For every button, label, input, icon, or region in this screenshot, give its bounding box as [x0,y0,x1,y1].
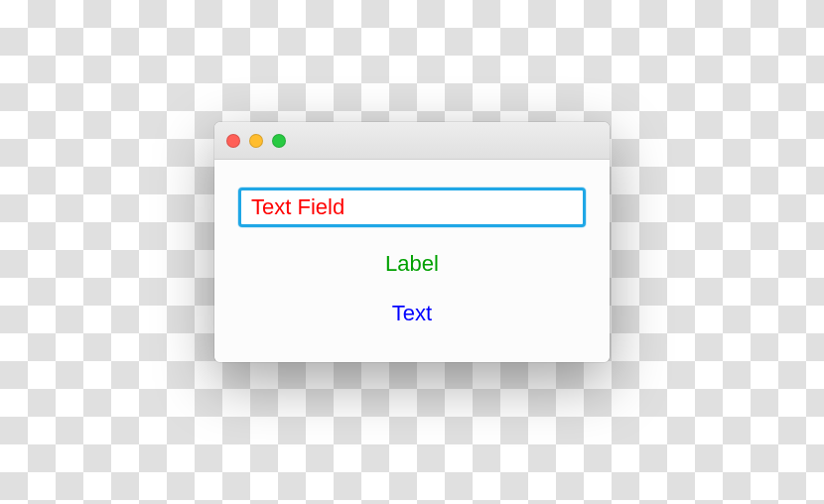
window-body: Label Text [214,160,610,362]
label-text: Label [385,251,439,277]
app-window: Label Text [214,122,610,362]
close-icon[interactable] [226,134,240,148]
titlebar[interactable] [214,122,610,160]
text-static: Text [392,301,432,326]
text-field-input[interactable] [238,188,586,227]
minimize-icon[interactable] [249,134,263,148]
maximize-icon[interactable] [272,134,286,148]
